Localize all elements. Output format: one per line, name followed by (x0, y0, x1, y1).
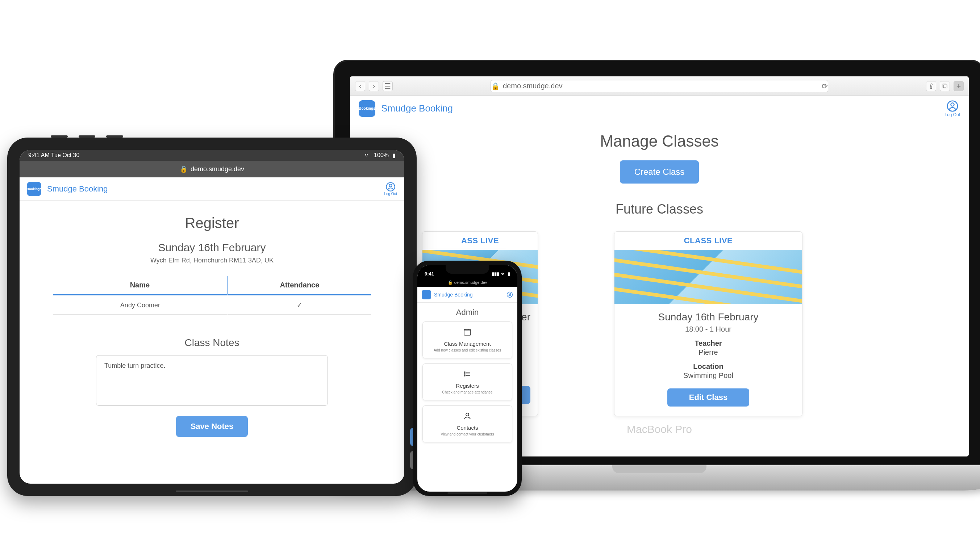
table-row[interactable]: Andy Coomer ✓ (53, 296, 371, 314)
iphone-url-bar[interactable]: 🔒 demo.smudge.dev (417, 278, 517, 287)
lock-icon: 🔒 (448, 280, 453, 285)
iphone-screen: 9:41 ▮▮▮ ᯤ ▮ 🔒 demo.smudge.dev Smudge Bo… (417, 265, 517, 492)
class-notes-input[interactable] (96, 355, 328, 406)
save-notes-button[interactable]: Save Notes (176, 416, 248, 437)
app-logo[interactable]: Bookings (27, 182, 41, 196)
svg-point-9 (465, 375, 465, 376)
svg-point-5 (509, 293, 511, 295)
app-logo[interactable]: Bookings (359, 100, 375, 117)
card-subtitle: Add new classes and edit existing classe… (426, 348, 508, 352)
url-text: demo.smudge.dev (503, 82, 563, 90)
location-value: Swimming Pool (614, 372, 802, 380)
ipad-url-bar[interactable]: 🔒 demo.smudge.dev (19, 161, 404, 177)
class-status-badge: ASS LIVE (422, 232, 538, 250)
logout-button[interactable] (506, 291, 513, 298)
svg-point-8 (465, 373, 465, 374)
admin-title: Admin (417, 308, 517, 317)
logout-label: Log Out (384, 192, 397, 196)
battery-icon: ▮ (508, 271, 510, 276)
ipad-mockup: 9:41 AM Tue Oct 30 ᯤ 100% ▮ 🔒 demo.smudg… (7, 138, 417, 496)
register-address: Wych Elm Rd, Hornchurch RM11 3AD, UK (19, 257, 404, 264)
url-text: demo.smudge.dev (191, 165, 244, 173)
logout-button[interactable]: Log Out (945, 100, 960, 117)
share-button[interactable]: ⇪ (926, 81, 936, 91)
battery-percent: 100% (374, 152, 389, 159)
card-subtitle: View and contact your customers (426, 432, 508, 436)
ipad-status-bar: 9:41 AM Tue Oct 30 ᯤ 100% ▮ (19, 150, 404, 161)
battery-icon: ▮ (392, 152, 396, 159)
brand-name[interactable]: Smudge Booking (47, 184, 108, 194)
status-time: 9:41 (425, 271, 434, 276)
app-header: Bookings Smudge Booking Log Out (19, 177, 404, 200)
svg-point-7 (465, 372, 465, 373)
teacher-label: Teacher (614, 339, 802, 348)
brand-name[interactable]: Smudge Booking (381, 103, 453, 114)
new-tab-button[interactable]: ＋ (953, 81, 964, 91)
app-header: Bookings Smudge Booking Log Out (350, 96, 969, 121)
attendee-name: Andy Coomer (53, 296, 228, 314)
class-time: 18:00 - 1 Hour (614, 325, 802, 333)
svg-rect-6 (464, 329, 471, 335)
calendar-icon (426, 328, 508, 338)
class-date: Sunday 16th February (614, 311, 802, 323)
admin-card-class-management[interactable]: Class Management Add new classes and edi… (422, 321, 512, 358)
ipad-screen: 9:41 AM Tue Oct 30 ᯤ 100% ▮ 🔒 demo.smudg… (19, 150, 404, 484)
lock-icon: 🔒 (491, 82, 500, 90)
app-header: Smudge Booking (417, 287, 517, 303)
card-title: Registers (426, 383, 508, 389)
logout-button[interactable]: Log Out (384, 182, 397, 196)
class-card[interactable]: CLASS LIVE Sunday 16th February 18:00 - … (614, 231, 802, 416)
safari-toolbar: ‹ › ☰ 🔒 demo.smudge.dev ⟳ ⇪ ⧉ ＋ (350, 76, 969, 96)
iphone-mockup: 9:41 ▮▮▮ ᯤ ▮ 🔒 demo.smudge.dev Smudge Bo… (413, 260, 522, 496)
edit-class-button[interactable]: Edit Class (667, 388, 749, 406)
class-notes-heading: Class Notes (19, 337, 404, 349)
svg-point-1 (951, 103, 954, 106)
brand-name[interactable]: Smudge Booking (434, 292, 473, 298)
attendance-table: Name Attendance Andy Coomer ✓ (52, 275, 372, 315)
refresh-icon[interactable]: ⟳ (822, 82, 828, 90)
lock-icon: 🔒 (180, 165, 188, 173)
create-class-button[interactable]: Create Class (620, 160, 699, 184)
user-icon (946, 100, 959, 112)
card-title: Class Management (426, 341, 508, 347)
forward-button[interactable]: › (369, 81, 379, 91)
col-attendance: Attendance (228, 276, 371, 295)
admin-card-contacts[interactable]: Contacts View and contact your customers (422, 405, 512, 442)
teacher-value: Pierre (614, 348, 802, 357)
macbook-label: MacBook Pro (627, 423, 692, 435)
user-icon (506, 291, 513, 298)
ipad-frame: 9:41 AM Tue Oct 30 ᯤ 100% ▮ 🔒 demo.smudg… (7, 138, 417, 496)
list-icon (426, 370, 508, 380)
location-label: Location (614, 362, 802, 371)
url-bar[interactable]: 🔒 demo.smudge.dev ⟳ (490, 80, 828, 92)
page-title: Manage Classes (350, 132, 969, 150)
register-title: Register (19, 215, 404, 231)
iphone-frame: 9:41 ▮▮▮ ᯤ ▮ 🔒 demo.smudge.dev Smudge Bo… (413, 260, 522, 496)
card-title: Contacts (426, 425, 508, 431)
wifi-icon: ᯤ (501, 271, 506, 276)
card-subtitle: Check and manage attendance (426, 390, 508, 394)
status-time: 9:41 AM Tue Oct 30 (28, 152, 80, 159)
logout-label: Log Out (945, 112, 960, 117)
attendance-check-icon[interactable]: ✓ (228, 296, 371, 314)
register-date: Sunday 16th February (19, 241, 404, 254)
future-classes-heading: Future Classes (350, 202, 969, 217)
app-logo[interactable] (422, 290, 431, 299)
back-button[interactable]: ‹ (355, 81, 365, 91)
admin-cards: Class Management Add new classes and edi… (417, 321, 517, 442)
signal-icon: ▮▮▮ (492, 271, 499, 276)
svg-point-3 (389, 184, 391, 187)
tabs-button[interactable]: ⧉ (940, 81, 950, 91)
svg-point-10 (466, 413, 469, 416)
user-icon (385, 182, 396, 192)
wifi-icon: ᯤ (364, 152, 370, 159)
url-text: demo.smudge.dev (454, 280, 487, 284)
person-icon (426, 411, 508, 422)
col-name: Name (53, 276, 228, 295)
class-status-badge: CLASS LIVE (614, 232, 802, 250)
sidebar-button[interactable]: ☰ (383, 81, 393, 91)
class-image (614, 250, 802, 304)
admin-card-registers[interactable]: Registers Check and manage attendance (422, 364, 512, 400)
